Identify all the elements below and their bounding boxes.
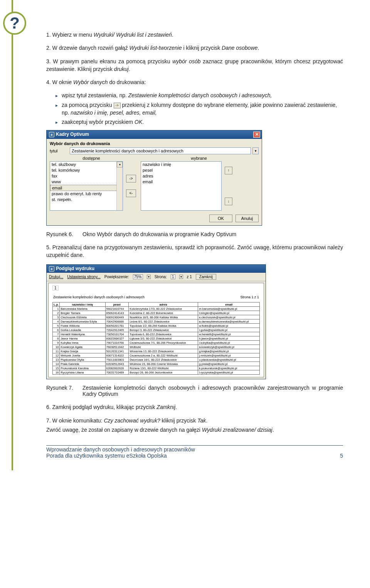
step-2-e: . bbox=[258, 45, 259, 51]
table-cell: Wiolinów 23, 88-266 Czarne Wdówka bbox=[129, 362, 198, 366]
table-cell: e.ciechoszek@spwidliszki.pl bbox=[198, 315, 260, 319]
transfer-buttons: -> <- bbox=[126, 161, 138, 211]
step-7-note-a: Zwróć uwagę, że został on zapisany w drz… bbox=[46, 427, 202, 433]
table-cell: 3 bbox=[53, 315, 60, 319]
table-row: 2Bregler Tamara85062414143Kościelna 2, 8… bbox=[53, 311, 260, 315]
window-titlebar[interactable]: eKadry Optivum ✕ bbox=[47, 130, 262, 139]
col-available-label: dostępne bbox=[50, 156, 133, 161]
list-item[interactable]: adres bbox=[141, 173, 221, 179]
table-cell: Dworcowa 16/1, 80-222 Zblaskowice bbox=[129, 358, 198, 362]
table-cell: 10 bbox=[53, 345, 60, 349]
table-cell: 8 bbox=[53, 336, 60, 341]
bullet-3-text: zaakceptuj wybór przyciskiem OK. bbox=[62, 118, 144, 126]
available-listbox[interactable]: tel. służbowy tel. komórkowy fax www ema… bbox=[50, 161, 123, 211]
move-up-button[interactable]: ↑ bbox=[225, 167, 232, 174]
table-cell: a.kowalczyk@spwidliszki.pl bbox=[198, 345, 260, 349]
bullet-icon: ▸ bbox=[56, 102, 58, 109]
selected-listbox[interactable]: nazwisko i imię pesel adres email bbox=[141, 161, 222, 211]
table-cell: 60022606327 bbox=[105, 336, 129, 341]
bullet-1-b: Zestawienie kompletności danych osobowyc… bbox=[128, 92, 272, 98]
bullet-3-a: zaakceptuj wybór przyciskiem bbox=[62, 119, 135, 125]
left-accent-stripe bbox=[12, 0, 13, 470]
bullet-1-text: wpisz tytuł zestawienia, np. Zestawienie… bbox=[62, 91, 272, 99]
ok-button[interactable]: OK bbox=[209, 215, 232, 222]
list-item[interactable]: nazwisko i imię bbox=[141, 162, 221, 167]
list-item[interactable]: prawo do emeryt. lub renty bbox=[50, 191, 123, 197]
table-cell: 60091900449 bbox=[105, 315, 129, 319]
page-setup-button[interactable]: Ustawienia strony... bbox=[67, 275, 101, 279]
scroll-up-icon[interactable]: ▴ bbox=[117, 162, 123, 167]
list-item-selected[interactable]: email bbox=[50, 185, 123, 191]
bullet-1-a: wpisz tytuł zestawienia, np. bbox=[62, 92, 128, 98]
table-row: 9Kobyłka Irena79071016766Cezareuszkowa 7… bbox=[53, 341, 260, 345]
list-item[interactable]: email bbox=[141, 179, 221, 185]
table-row: 16Ryczyńska Liliana70031710489Borzęci 26… bbox=[53, 370, 260, 375]
page-value[interactable]: 1 bbox=[171, 274, 175, 279]
data-table: L.p. nazwisko i imię pesel adres email 1… bbox=[52, 302, 260, 375]
step-4-bullets: ▸ wpisz tytuł zestawienia, np. Zestawien… bbox=[46, 91, 343, 126]
move-down-button[interactable]: ↓ bbox=[225, 198, 232, 205]
list-item[interactable]: tel. komórkowy bbox=[50, 167, 123, 173]
dropdown-icon[interactable]: ▾ bbox=[252, 147, 259, 154]
move-right-button[interactable]: -> bbox=[126, 175, 136, 182]
table-header-row: L.p. nazwisko i imię pesel adres email bbox=[53, 302, 260, 307]
table-cell: 12 bbox=[53, 353, 60, 358]
table-cell: Górka Leokadia bbox=[60, 328, 105, 332]
title-input[interactable]: Zestawienie kompletności danych osobowyc… bbox=[70, 147, 251, 154]
cancel-button[interactable]: Anuluj bbox=[235, 215, 259, 222]
table-cell: Nowiklica 16/3, 88-266 Kaliska Wólka bbox=[129, 315, 198, 319]
dialog-buttons: OK Anuluj bbox=[50, 215, 259, 222]
window-titlebar[interactable]: ePodgląd wydruku bbox=[47, 265, 266, 273]
zoom-value[interactable]: 75% bbox=[133, 274, 143, 279]
table-cell: Heraklit Walentyna bbox=[60, 332, 105, 336]
close-preview-button[interactable]: Zamknij bbox=[196, 274, 216, 280]
table-cell: Borzęci 3, 80-222 Zblaskowice bbox=[129, 328, 198, 332]
table-cell: 76030511642 bbox=[105, 345, 129, 349]
list-item[interactable]: pesel bbox=[141, 167, 221, 173]
table-cell: Widliszki bbox=[129, 345, 198, 349]
table-cell: 6 bbox=[53, 328, 60, 332]
table-cell: 11 bbox=[53, 349, 60, 353]
table-cell: Wiosenna 13, 80-222 Zblaskowice bbox=[129, 349, 198, 353]
list-item[interactable]: fax bbox=[50, 173, 123, 179]
table-cell: Jawor Hanna bbox=[60, 336, 105, 341]
table-row: 14Prała Gabriela62030512643Wiolinów 23, … bbox=[53, 362, 260, 366]
table-cell: w.fiolek@spwidliszki.pl bbox=[198, 324, 260, 328]
table-row: 11Krajka Gracja50120311341Wiosenna 13, 8… bbox=[53, 349, 260, 353]
table-cell: Damaszkiewiczewska Edyta bbox=[60, 319, 105, 324]
footer-line-1: Wprowadzanie danych osobowych i adresowy… bbox=[46, 446, 343, 453]
table-cell: Leśna 8/1, 80-222 Zblaskowice bbox=[129, 319, 198, 324]
print-button[interactable]: Drukuj... bbox=[49, 275, 63, 279]
table-cell: 14 bbox=[53, 362, 60, 366]
list-item[interactable]: st. niepełn. bbox=[50, 197, 123, 203]
list-item[interactable]: www bbox=[50, 179, 123, 185]
table-cell: Krajka Gracja bbox=[60, 349, 105, 353]
transfer-lists: tel. służbowy tel. komórkowy fax www ema… bbox=[50, 161, 259, 211]
step-6: 6. Zamknij podgląd wydruku, klikając prz… bbox=[46, 403, 343, 411]
table-row: 12Mniszek Jowita60071314022Cezareuszkowa… bbox=[53, 353, 260, 358]
table-cell: 9 bbox=[53, 341, 60, 345]
scrollbar[interactable]: ▴ bbox=[116, 162, 123, 210]
bullet-2-a: za pomocą przycisku bbox=[62, 102, 114, 108]
list-item[interactable]: tel. służbowy bbox=[50, 162, 123, 167]
table-row: 7Heraklit Walentyna73050101704Topolowa 6… bbox=[53, 332, 260, 336]
table-cell: g.prala@spwidliszki.pl bbox=[198, 362, 260, 366]
step-2: 2. W drzewie danych rozwiń gałąź Wydruki… bbox=[46, 44, 343, 52]
table-cell: Prokuratorek Karolina bbox=[60, 366, 105, 370]
table-cell: a.damaszkiewiczewska@spwidliszki.pl bbox=[198, 319, 260, 324]
table-cell: 70031710489 bbox=[105, 370, 129, 375]
close-icon[interactable]: ✕ bbox=[253, 132, 260, 138]
table-row: 6Górka Leokadia72042912465Borzęci 3, 80-… bbox=[53, 328, 260, 332]
table-cell: 2 bbox=[53, 311, 60, 315]
window-title: Podgląd wydruku bbox=[56, 266, 94, 271]
step-3-a: 3. W prawym panelu ekranu za pomocą przy… bbox=[46, 58, 172, 64]
col-selected-label: wybrane bbox=[155, 156, 259, 161]
preview-page-info: Strona 1 z 1 bbox=[240, 295, 259, 299]
kadry-window: eKadry Optivum ✕ Wybór danych do drukowa… bbox=[46, 130, 262, 226]
page-dropdown-icon[interactable]: ▾ bbox=[179, 275, 183, 279]
bullet-3-c: . bbox=[142, 119, 144, 125]
table-cell: Fiołek Wiktoria bbox=[60, 324, 105, 328]
step-1: 1. Wybierz w menu Wydruki/ Wydruki list … bbox=[46, 31, 343, 39]
move-left-button[interactable]: <- bbox=[126, 189, 136, 197]
zoom-dropdown-icon[interactable]: ▾ bbox=[147, 275, 151, 279]
